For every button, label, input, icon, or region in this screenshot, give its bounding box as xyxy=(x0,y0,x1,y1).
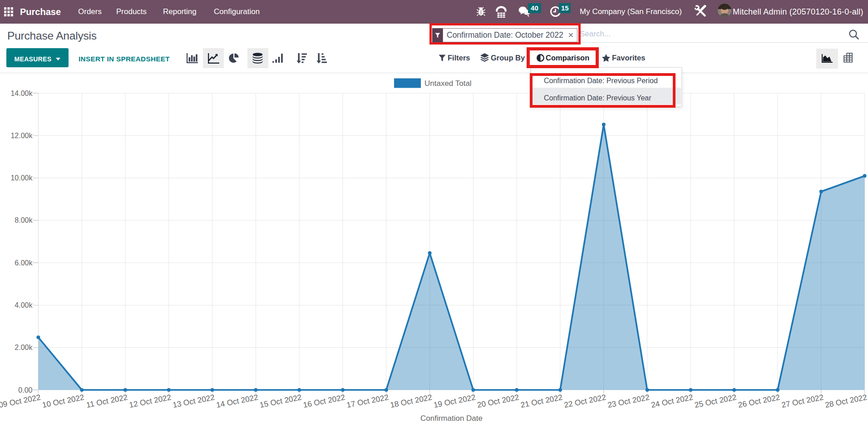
svg-text:8.00k: 8.00k xyxy=(15,216,33,224)
svg-text:10 Oct 2022: 10 Oct 2022 xyxy=(41,393,85,410)
svg-text:21 Oct 2022: 21 Oct 2022 xyxy=(520,393,563,410)
svg-text:14 Oct 2022: 14 Oct 2022 xyxy=(215,393,259,410)
svg-text:19 Oct 2022: 19 Oct 2022 xyxy=(433,393,476,410)
svg-text:23 Oct 2022: 23 Oct 2022 xyxy=(607,393,651,410)
svg-text:22 Oct 2022: 22 Oct 2022 xyxy=(563,393,607,410)
svg-text:12.00k: 12.00k xyxy=(10,132,33,140)
svg-text:Confirmation Date: Confirmation Date xyxy=(420,414,483,423)
svg-text:25 Oct 2022: 25 Oct 2022 xyxy=(694,393,737,410)
svg-text:28 Oct 2022: 28 Oct 2022 xyxy=(824,393,868,410)
svg-text:17 Oct 2022: 17 Oct 2022 xyxy=(346,393,390,410)
svg-text:11 Oct 2022: 11 Oct 2022 xyxy=(85,393,128,409)
svg-text:26 Oct 2022: 26 Oct 2022 xyxy=(737,393,781,410)
svg-text:0.00: 0.00 xyxy=(18,386,32,394)
svg-text:12 Oct 2022: 12 Oct 2022 xyxy=(128,393,172,410)
svg-text:15 Oct 2022: 15 Oct 2022 xyxy=(259,393,302,410)
svg-text:16 Oct 2022: 16 Oct 2022 xyxy=(302,393,346,410)
svg-text:24 Oct 2022: 24 Oct 2022 xyxy=(650,393,694,410)
svg-text:4.00k: 4.00k xyxy=(15,301,33,309)
svg-text:13 Oct 2022: 13 Oct 2022 xyxy=(172,393,216,410)
svg-text:Untaxed Total: Untaxed Total xyxy=(424,79,472,88)
svg-text:14.00k: 14.00k xyxy=(10,90,33,97)
svg-text:18 Oct 2022: 18 Oct 2022 xyxy=(390,393,433,410)
svg-text:20 Oct 2022: 20 Oct 2022 xyxy=(476,393,520,410)
svg-text:27 Oct 2022: 27 Oct 2022 xyxy=(781,393,824,410)
svg-text:09 Oct 2022: 09 Oct 2022 xyxy=(0,393,41,410)
svg-text:6.00k: 6.00k xyxy=(15,259,33,267)
svg-text:2.00k: 2.00k xyxy=(15,344,33,351)
svg-text:10.00k: 10.00k xyxy=(10,174,33,182)
